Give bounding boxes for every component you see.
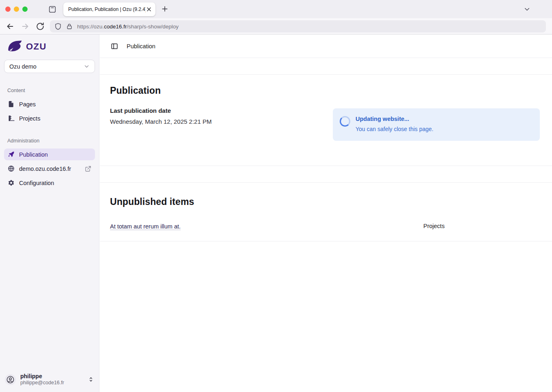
external-link-icon <box>85 166 91 172</box>
sidebar-item-label: Publication <box>19 151 48 158</box>
brand-logo: OZU <box>7 40 99 53</box>
main-content: Publication Publication Last publication… <box>100 34 552 392</box>
forward-button[interactable] <box>21 22 30 31</box>
alert-message: You can safely close this page. <box>356 126 433 132</box>
unpublished-title: Unpublished items <box>110 196 540 207</box>
list-all-tabs-icon[interactable] <box>523 5 531 13</box>
browser-navbar: https://ozu.code16.fr/sharp/s-show/deplo… <box>0 18 552 34</box>
close-window-button[interactable] <box>5 6 11 12</box>
tab-close-icon[interactable] <box>146 6 152 13</box>
unpublished-section: Unpublished items At totam aut rerum ill… <box>100 183 552 241</box>
browser-chrome: Publication, Publication | Ozu (9.2.4) <box>0 0 552 18</box>
zoom-window-button[interactable] <box>22 6 28 12</box>
sidebar-item-label: Projects <box>19 115 40 122</box>
publication-title: Publication <box>110 85 540 96</box>
sidebar-item-publication[interactable]: Publication <box>4 149 95 160</box>
gear-icon <box>8 179 15 186</box>
tab-title: Publication, Publication | Ozu (9.2.4) <box>68 6 146 12</box>
user-info: philippe philippe@code16.fr <box>20 373 64 386</box>
minimize-window-button[interactable] <box>14 6 19 12</box>
ozu-leaf-icon <box>7 40 22 53</box>
projects-chart-icon <box>8 115 15 122</box>
brand-name: OZU <box>26 41 47 52</box>
url-prefix: https://ozu. <box>77 24 104 30</box>
sidebar: OZU Ozu demo Content Pages <box>0 34 99 392</box>
unpublished-row: At totam aut rerum illum at. Projects <box>100 218 552 241</box>
tab-manager-icon[interactable] <box>48 5 57 14</box>
new-tab-button[interactable] <box>161 5 169 13</box>
sidebar-toggle-icon[interactable] <box>111 43 118 50</box>
sidebar-item-site-link[interactable]: demo.ozu.code16.fr <box>4 163 95 174</box>
spinner-icon <box>340 116 350 127</box>
lock-icon[interactable] <box>66 23 73 30</box>
chevron-down-icon <box>84 63 90 69</box>
section-spacer-band <box>100 166 552 183</box>
main-header: Publication <box>100 34 552 58</box>
sidebar-item-label: Pages <box>19 101 36 108</box>
url-text: https://ozu.code16.fr/sharp/s-show/deplo… <box>77 24 179 30</box>
alert-title: Updating website... <box>356 116 433 122</box>
url-domain: code16.fr <box>104 24 127 30</box>
shield-icon[interactable] <box>54 23 62 30</box>
url-path: /sharp/s-show/deploy <box>127 24 179 30</box>
reload-button[interactable] <box>36 22 45 31</box>
avatar <box>5 374 16 385</box>
header-spacer-band <box>100 58 552 75</box>
unpublished-item-type: Projects <box>423 223 444 229</box>
url-bar[interactable]: https://ozu.code16.fr/sharp/s-show/deplo… <box>50 20 546 32</box>
workspace-select[interactable]: Ozu demo <box>4 60 95 73</box>
user-name: philippe <box>20 373 64 379</box>
updating-alert: Updating website... You can safely close… <box>333 108 540 141</box>
page-icon <box>8 101 15 108</box>
alert-text: Updating website... You can safely close… <box>356 116 433 132</box>
sidebar-item-configuration[interactable]: Configuration <box>4 177 95 189</box>
sidebar-item-label: demo.ozu.code16.fr <box>19 166 71 172</box>
unfold-chevrons-icon <box>88 376 94 383</box>
publication-section: Publication Last publication date Wednes… <box>100 75 552 166</box>
traffic-lights <box>5 6 28 12</box>
back-button[interactable] <box>6 22 15 31</box>
unpublished-item-link[interactable]: At totam aut rerum illum at. <box>110 223 181 230</box>
section-label-content: Content <box>7 88 99 93</box>
browser-tab[interactable]: Publication, Publication | Ozu (9.2.4) <box>63 2 155 16</box>
breadcrumb: Publication <box>127 43 155 50</box>
user-email: philippe@code16.fr <box>20 380 64 386</box>
rocket-icon <box>8 151 15 158</box>
section-label-administration: Administration <box>7 138 99 144</box>
globe-icon <box>8 165 15 172</box>
sidebar-item-pages[interactable]: Pages <box>4 98 95 110</box>
browser-window: Publication, Publication | Ozu (9.2.4) <box>0 0 552 392</box>
workspace-select-value: Ozu demo <box>9 63 84 70</box>
sidebar-item-label: Configuration <box>19 180 54 186</box>
sidebar-item-projects[interactable]: Projects <box>4 112 95 124</box>
user-menu[interactable]: philippe philippe@code16.fr <box>5 373 94 386</box>
